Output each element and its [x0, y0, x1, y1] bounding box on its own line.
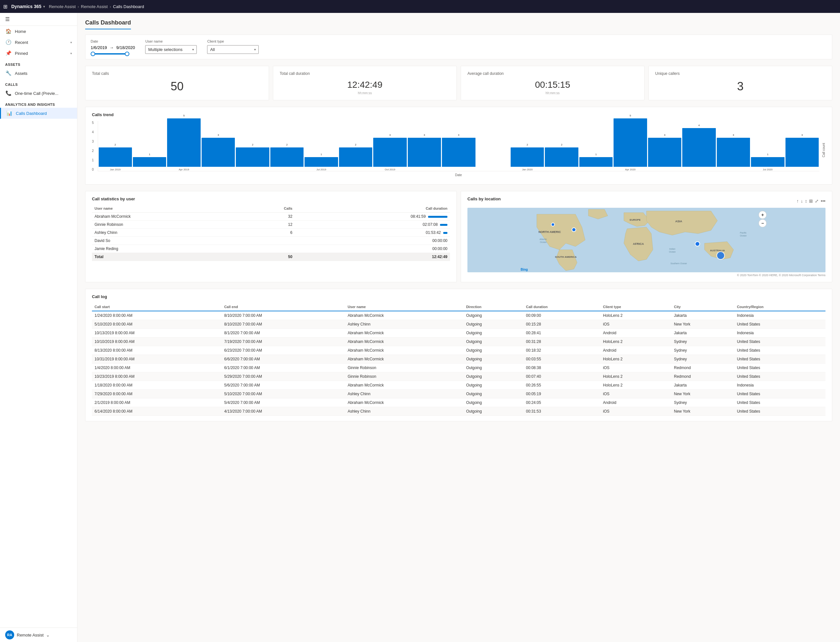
sidebar-item-pinned[interactable]: 📌 Pinned ▾: [0, 48, 77, 59]
map-title: Calls by location: [468, 196, 501, 201]
brand-label: Dynamics 365: [11, 4, 41, 9]
slider-track: [91, 53, 129, 55]
log-country: Indonesia: [734, 311, 825, 320]
bar-value-label: 1: [767, 153, 769, 156]
waffle-icon[interactable]: ⊞: [3, 3, 7, 10]
sidebar-item-assets[interactable]: 🔧 Assets: [0, 68, 77, 79]
user-name-cell: Abraham McCormick: [92, 212, 244, 220]
phone-icon: 📞: [5, 90, 11, 96]
kpi-total-calls-value: 50: [92, 80, 262, 93]
sidebar-footer[interactable]: RA Remote Assist ⌄: [0, 627, 77, 642]
log-duration: 00:09:00: [523, 311, 600, 320]
table-row: Abraham McCormick 32 08:41:59: [92, 212, 450, 220]
bar-month-label: Jan 2020: [522, 168, 532, 171]
date-slider[interactable]: [91, 53, 135, 55]
kpi-total-duration-title: Total call duration: [280, 71, 450, 76]
chart-y-axis: 543210: [92, 121, 95, 179]
bar: [648, 138, 681, 167]
kpi-total-duration: Total call duration 12:42:49 hh:mm:ss: [273, 66, 457, 101]
bar-value-label: 2: [252, 143, 253, 146]
hamburger-icon[interactable]: ☰: [0, 13, 77, 26]
sidebar-item-recent[interactable]: 🕐 Recent ▾: [0, 37, 77, 48]
calls-cell: 6: [244, 229, 295, 237]
map-expand-icon[interactable]: ⤢: [815, 198, 819, 204]
section-header-analytics: Analytics and Insights: [0, 99, 77, 108]
svg-point-16: [572, 228, 576, 232]
client-type-filter-group: Client type All ▾: [207, 39, 259, 54]
bar-value-label: 3: [217, 134, 219, 137]
bar: [304, 157, 338, 167]
col-call-end: Call end: [222, 303, 345, 311]
sidebar-item-home[interactable]: 🏠 Home: [0, 26, 77, 37]
breadcrumb-section[interactable]: Remote Assist: [81, 4, 108, 9]
log-client: Android: [600, 329, 671, 337]
log-city: Jakarta: [671, 381, 734, 390]
map-fit-icon[interactable]: ⊞: [809, 198, 813, 204]
bar-month-label: Jan 2019: [110, 168, 121, 171]
bar-group: 3.: [785, 134, 819, 171]
log-country: United States: [734, 346, 825, 355]
log-direction: Outgoing: [464, 399, 524, 407]
bar-group: 3.: [408, 134, 441, 171]
slider-thumb-right[interactable]: [125, 52, 129, 56]
bar-month-label: Jul 2019: [316, 168, 326, 171]
col-direction: Direction: [464, 303, 524, 311]
map-sort-desc-icon[interactable]: ↓: [801, 198, 803, 204]
calls-cell: 32: [244, 212, 295, 220]
bar: [236, 148, 269, 167]
breadcrumb-sep2: ›: [110, 4, 111, 9]
log-city: Sydney: [671, 337, 734, 346]
sidebar-item-one-time-call[interactable]: 📞 One-time Call (Previe...: [0, 88, 77, 99]
log-client: HoloLens 2: [600, 355, 671, 363]
call-log-row: 1/4/2020 8:00:00 AM 6/1/2020 7:00:00 AM …: [92, 363, 825, 372]
bar: [373, 138, 406, 167]
sidebar-item-calls-dashboard[interactable]: 📊 Calls Dashboard: [0, 108, 77, 119]
log-end: 8/1/2020 7:00:00 AM: [222, 329, 345, 337]
app-brand[interactable]: Dynamics 365 ▾: [11, 4, 45, 9]
call-log-row: 10/13/2019 8:00:00 AM 8/1/2020 7:00:00 A…: [92, 329, 825, 337]
username-dropdown[interactable]: Multiple selections ▾: [145, 45, 197, 54]
breadcrumb-module[interactable]: Remote Assist: [49, 4, 76, 9]
map-sort-asc-icon[interactable]: ↑: [796, 198, 799, 204]
log-user: Abraham McCormick: [345, 399, 464, 407]
client-type-dropdown[interactable]: All ▾: [207, 45, 259, 54]
map-sort-icon[interactable]: ↕: [805, 198, 807, 204]
log-duration: 00:15:28: [523, 320, 600, 329]
call-stats-section: Call statistics by user User name Calls …: [85, 191, 457, 282]
total-duration: 12:42:49: [295, 253, 450, 261]
log-direction: Outgoing: [464, 355, 524, 363]
calls-cell: [244, 237, 295, 245]
svg-point-17: [551, 223, 555, 226]
calls-trend-section: Calls trend 543210 2Jan 20191.5Apr 20193…: [85, 107, 832, 185]
log-city: Jakarta: [671, 329, 734, 337]
log-direction: Outgoing: [464, 337, 524, 346]
slider-thumb-left[interactable]: [91, 52, 95, 56]
log-direction: Outgoing: [464, 363, 524, 372]
log-client: HoloLens 2: [600, 381, 671, 390]
kpi-unique-callers-value: 3: [655, 80, 825, 93]
map-more-icon[interactable]: •••: [821, 198, 825, 204]
bar-group: 1Jul 2020: [751, 153, 784, 171]
breadcrumb-current: Calls Dashboard: [113, 4, 144, 9]
bar-value-label: 3: [458, 134, 460, 137]
log-client: iOS: [600, 407, 671, 416]
log-country: Indonesia: [734, 329, 825, 337]
chart-area: 2Jan 20191.5Apr 20193.2.2.1Jul 20192.3Oc…: [98, 121, 819, 179]
log-duration: 00:31:28: [523, 337, 600, 346]
svg-text:−: −: [761, 220, 764, 226]
bar-group: 1.: [133, 153, 166, 171]
total-calls: 50: [244, 253, 295, 261]
svg-text:Indian: Indian: [669, 248, 675, 250]
duration-bar: [428, 216, 447, 218]
kpi-total-duration-value: 12:42:49: [280, 80, 450, 90]
call-log-row: 1/18/2020 8:00:00 AM 5/6/2020 7:00:00 AM…: [92, 381, 825, 390]
log-start: 8/13/2020 8:00:00 AM: [92, 346, 222, 355]
table-row: Ashley Chinn 6 01:53:42: [92, 229, 450, 237]
svg-text:Southern Ocean: Southern Ocean: [671, 262, 687, 264]
breadcrumb-sep: ›: [78, 4, 79, 9]
duration-cell: 01:53:42: [295, 229, 450, 237]
call-log-section: Call log Call start Call end User name D…: [85, 289, 832, 422]
log-city: New York: [671, 320, 734, 329]
log-end: 4/13/2020 7:00:00 AM: [222, 407, 345, 416]
log-client: iOS: [600, 363, 671, 372]
